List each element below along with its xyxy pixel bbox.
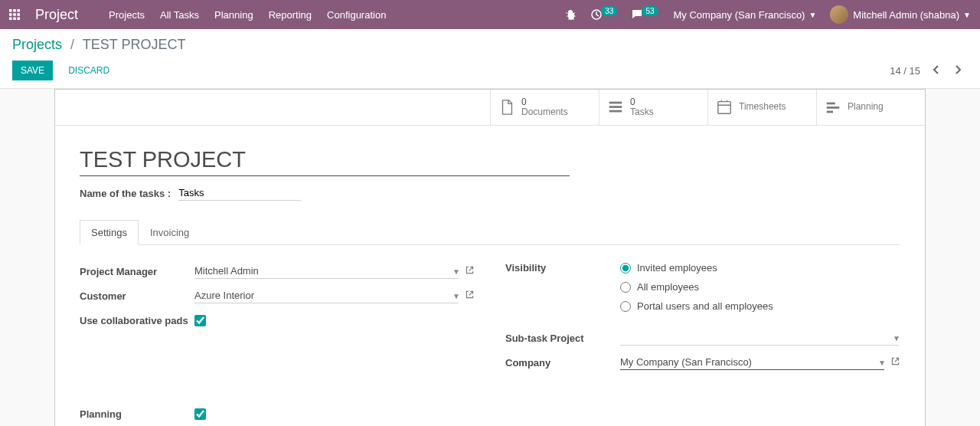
discuss-badge: 53 [642, 6, 658, 16]
user-menu[interactable]: Mitchell Admin (shabna) ▼ [827, 5, 974, 24]
task-name-input[interactable] [178, 185, 301, 201]
project-manager-input[interactable] [194, 264, 459, 279]
avatar [830, 5, 848, 24]
breadcrumb-parent[interactable]: Projects [12, 37, 62, 52]
apps-icon[interactable] [3, 0, 24, 29]
svg-rect-15 [827, 106, 840, 109]
tab-settings-content: Project Manager ▼ Customer [80, 245, 900, 426]
stat-tasks[interactable]: 0 Tasks [599, 90, 707, 125]
menu-all-tasks[interactable]: All Tasks [152, 0, 207, 29]
visibility-invited-radio[interactable] [620, 263, 631, 274]
brand[interactable]: Project [24, 7, 101, 23]
navbar: Project Projects All Tasks Planning Repo… [0, 0, 980, 29]
svg-rect-4 [13, 13, 16, 16]
svg-rect-2 [18, 9, 21, 12]
svg-rect-1 [13, 9, 16, 12]
external-link-icon[interactable] [465, 265, 475, 277]
dropdown-caret-icon[interactable]: ▼ [878, 359, 886, 367]
svg-rect-8 [18, 18, 21, 21]
breadcrumb: Projects / TEST PROJECT [12, 37, 968, 53]
project-manager-label: Project Manager [80, 266, 194, 277]
visibility-label: Visibility [505, 262, 620, 274]
visibility-all-label[interactable]: All employees [637, 281, 699, 293]
main-menu: Projects All Tasks Planning Reporting Co… [101, 0, 394, 29]
subtask-label: Sub-task Project [505, 333, 620, 344]
stat-timesheets[interactable]: Timesheets [707, 90, 816, 125]
visibility-all-radio[interactable] [620, 282, 631, 293]
pager-next[interactable] [948, 62, 968, 80]
dropdown-caret-icon[interactable]: ▼ [893, 334, 900, 342]
visibility-portal-label[interactable]: Portal users and all employees [637, 300, 773, 312]
company-name: My Company (San Francisco) [674, 9, 805, 21]
planning-label: Planning [80, 408, 194, 420]
stat-planning-label: Planning [848, 102, 884, 112]
svg-rect-12 [609, 110, 622, 113]
menu-projects[interactable]: Projects [101, 0, 152, 29]
svg-rect-5 [18, 13, 21, 16]
chevron-down-icon: ▼ [808, 11, 816, 19]
visibility-portal-radio[interactable] [620, 301, 631, 312]
task-name-label: Name of the tasks : [80, 188, 171, 199]
planning-checkbox[interactable] [194, 408, 206, 420]
stat-tasks-label: Tasks [630, 107, 654, 117]
control-panel: Projects / TEST PROJECT Save Discard 14 … [0, 29, 980, 89]
tab-invoicing[interactable]: Invoicing [139, 220, 201, 245]
svg-rect-0 [9, 9, 12, 12]
svg-rect-16 [827, 111, 833, 113]
breadcrumb-separator: / [66, 37, 79, 52]
stat-planning[interactable]: Planning [816, 90, 925, 125]
svg-rect-6 [9, 18, 12, 21]
pager-text[interactable]: 14 / 15 [890, 65, 920, 77]
collaborative-label: Use collaborative pads [80, 315, 194, 326]
dropdown-caret-icon[interactable]: ▼ [452, 292, 460, 300]
visibility-invited-label[interactable]: Invited employees [637, 262, 717, 274]
debug-icon[interactable] [560, 0, 581, 29]
visibility-radio-group: Invited employees All employees Portal u… [620, 262, 773, 312]
stat-timesheets-label: Timesheets [739, 102, 786, 112]
company-selector[interactable]: My Company (San Francisco) ▼ [668, 9, 823, 21]
menu-configuration[interactable]: Configuration [319, 0, 394, 29]
pager-prev[interactable] [926, 62, 946, 80]
chevron-down-icon: ▼ [963, 11, 971, 19]
stat-documents-label: Documents [521, 107, 568, 117]
svg-rect-3 [9, 13, 12, 16]
menu-reporting[interactable]: Reporting [261, 0, 319, 29]
form-view: 0 Documents 0 Tasks Timesheets [0, 89, 980, 426]
pager: 14 / 15 [890, 62, 968, 80]
external-link-icon[interactable] [890, 356, 900, 369]
svg-rect-10 [609, 102, 622, 104]
customer-label: Customer [80, 290, 194, 302]
breadcrumb-current: TEST PROJECT [83, 37, 186, 52]
activities-icon[interactable]: 33 [586, 0, 622, 29]
save-button[interactable]: Save [12, 61, 53, 80]
systray: 33 53 My Company (San Francisco) ▼ Mitch… [560, 0, 974, 29]
activities-badge: 33 [601, 6, 617, 16]
stat-documents[interactable]: 0 Documents [490, 90, 599, 125]
external-link-icon[interactable] [465, 290, 475, 302]
menu-planning[interactable]: Planning [207, 0, 261, 29]
project-title-input[interactable] [80, 144, 570, 176]
discard-button[interactable]: Discard [60, 61, 117, 80]
svg-rect-7 [13, 18, 16, 21]
form-sheet: 0 Documents 0 Tasks Timesheets [54, 89, 926, 426]
svg-rect-14 [827, 103, 835, 105]
discuss-icon[interactable]: 53 [626, 0, 662, 29]
user-name: Mitchell Admin (shabna) [853, 9, 959, 21]
collaborative-checkbox[interactable] [194, 315, 206, 326]
dropdown-caret-icon[interactable]: ▼ [452, 267, 460, 276]
tab-settings[interactable]: Settings [80, 220, 139, 245]
stat-button-box: 0 Documents 0 Tasks Timesheets [55, 90, 925, 126]
svg-rect-11 [609, 106, 622, 108]
tabs: Settings Invoicing [80, 219, 900, 245]
svg-rect-13 [718, 102, 731, 114]
company-label: Company [505, 357, 620, 369]
company-input[interactable] [620, 355, 884, 370]
subtask-input[interactable] [620, 330, 899, 346]
customer-input[interactable] [194, 288, 459, 303]
